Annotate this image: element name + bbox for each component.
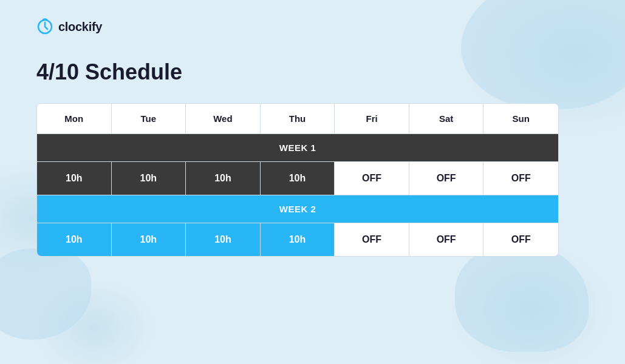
- schedule-table: Mon Tue Wed Thu Fri Sat Sun WEEK 1 10h 1…: [36, 103, 559, 257]
- page-title: 4/10 Schedule: [36, 59, 589, 85]
- week2-sun: OFF: [483, 223, 558, 256]
- week1-tue: 10h: [112, 162, 186, 195]
- header-wed: Wed: [186, 104, 261, 133]
- week1-data-row: 10h 10h 10h 10h OFF OFF OFF: [37, 162, 558, 195]
- week1-sun: OFF: [483, 162, 558, 195]
- header-mon: Mon: [37, 104, 112, 133]
- week1-label: WEEK 1: [37, 134, 558, 161]
- table-header: Mon Tue Wed Thu Fri Sat Sun: [37, 104, 558, 134]
- header-thu: Thu: [261, 104, 335, 133]
- week1-sat: OFF: [409, 162, 484, 195]
- week1-mon: 10h: [37, 162, 112, 195]
- logo-text: clockify: [58, 20, 102, 34]
- week2-sat: OFF: [409, 223, 484, 256]
- week1-thu: 10h: [261, 162, 335, 195]
- week2-mon: 10h: [37, 223, 112, 256]
- week2-fri: OFF: [335, 223, 409, 256]
- week2-thu: 10h: [261, 223, 335, 256]
- clockify-logo-icon: [36, 18, 53, 35]
- week2-row: WEEK 2: [37, 195, 558, 223]
- page-container: clockify 4/10 Schedule Mon Tue Wed Thu F…: [0, 0, 625, 275]
- week2-label: WEEK 2: [37, 195, 558, 223]
- header-fri: Fri: [335, 104, 409, 133]
- week2-data-row: 10h 10h 10h 10h OFF OFF OFF: [37, 223, 558, 256]
- header-sun: Sun: [483, 104, 558, 133]
- week1-fri: OFF: [335, 162, 409, 195]
- week1-row: WEEK 1: [37, 134, 558, 162]
- week2-tue: 10h: [112, 223, 186, 256]
- logo: clockify: [36, 18, 589, 35]
- week2-wed: 10h: [186, 223, 261, 256]
- header-tue: Tue: [112, 104, 186, 133]
- week1-wed: 10h: [186, 162, 261, 195]
- header-sat: Sat: [409, 104, 484, 133]
